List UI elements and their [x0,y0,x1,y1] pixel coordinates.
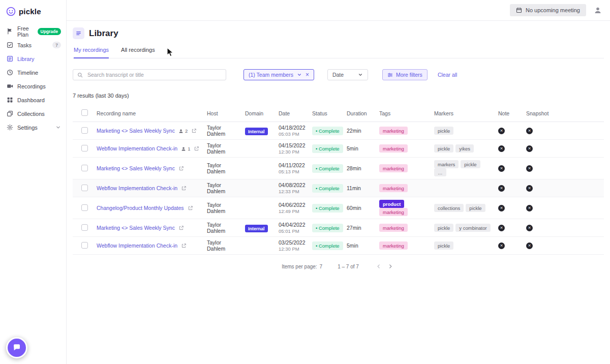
domain-cell [243,140,277,158]
marker-chip[interactable]: pickle [434,224,453,232]
date-cell: 04/18/202205:03 PM [277,122,310,140]
sidebar-item-settings[interactable]: Settings [0,120,66,134]
column-header: Tags [377,105,432,122]
marker-chip[interactable]: markers [434,160,459,168]
row-checkbox[interactable] [81,127,88,134]
status-cell: Complete [310,219,345,237]
previous-page-button[interactable] [374,262,383,271]
snapshot-cell [524,122,604,140]
table-row[interactable]: Webflow Implementation Check-inTaylor Da… [73,179,604,197]
sidebar-item-library[interactable]: Library [0,52,66,66]
note-cell [496,140,524,158]
table-row[interactable]: Marketing <> Sales Weekly Sync2Taylor Da… [73,122,604,140]
sidebar-item-collections[interactable]: Collections [0,107,66,120]
marker-chip[interactable]: pickle [466,204,485,212]
items-per-page-label: Items per page: [282,264,317,269]
external-link-icon[interactable] [178,166,184,171]
items-per-page-value[interactable]: 7 [320,264,323,269]
sidebar-item-timeline[interactable]: Timeline [0,66,66,79]
marker-chip[interactable]: … [434,168,446,176]
tag-chip[interactable]: product [379,200,404,208]
user-avatar-icon[interactable] [594,6,602,14]
next-page-button[interactable] [386,262,395,271]
marker-chip[interactable]: pickle [434,127,453,135]
duration-cell: 60min [345,197,377,219]
tag-chip[interactable]: marketing [379,127,408,135]
marker-chip[interactable]: collections [434,204,464,212]
row-checkbox[interactable] [81,145,88,151]
recording-name-link[interactable]: Changelog/Product Monthly Updates [97,205,184,211]
date-filter[interactable]: Date [327,69,368,80]
external-link-icon[interactable] [178,225,184,231]
tasks-count-badge: 7 [52,42,61,48]
sidebar-item-dashboard[interactable]: Dashboard [0,93,66,107]
select-all-checkbox[interactable] [81,109,88,116]
library-icon [7,55,13,62]
marker-chip[interactable]: y combinator [455,224,490,232]
row-checkbox[interactable] [81,224,88,231]
recording-name-cell: Changelog/Product Monthly Updates [95,197,205,219]
tag-chip[interactable]: marketing [379,241,408,250]
snapshot-cell [524,140,604,158]
row-checkbox[interactable] [81,165,88,171]
chat-launcher-button[interactable] [6,337,27,358]
sidebar-item-label: Dashboard [17,97,45,103]
external-link-icon[interactable] [194,146,199,151]
snapshot-none-icon [526,145,533,152]
team-members-filter[interactable]: (1) Team members [243,69,314,80]
sidebar-item-tasks[interactable]: Tasks 7 [0,38,66,52]
row-checkbox[interactable] [81,204,88,211]
snapshot-cell [524,179,604,197]
recording-name-link[interactable]: Webflow Implementation Check-in [97,145,177,151]
marker-chip[interactable]: yikes [455,144,474,153]
row-checkbox[interactable] [81,185,88,191]
recording-name-link[interactable]: Marketing <> Sales Weekly Sync [97,165,175,171]
tag-chip[interactable]: marketing [379,144,408,153]
external-link-icon[interactable] [191,128,197,134]
sidebar-item-label: Library [17,56,35,62]
tag-chip[interactable]: marketing [379,224,408,232]
search-box[interactable] [73,69,226,80]
brand-logo[interactable]: pickle [0,0,66,24]
sidebar-item-free-plan[interactable]: Free Plan Upgrade [0,24,66,38]
recording-name-link[interactable]: Marketing <> Sales Weekly Sync [97,225,175,231]
table-row[interactable]: Marketing <> Sales Weekly SyncTaylor Dah… [73,219,604,237]
table-row[interactable]: Changelog/Product Monthly UpdatesTaylor … [73,197,604,219]
tags-cell: marketing [377,219,432,237]
tab-my-recordings[interactable]: My recordings [74,47,109,58]
column-header: Date [277,105,310,122]
clear-filter-icon[interactable] [306,72,309,78]
tab-all-recordings[interactable]: All recordings [121,47,155,58]
table-row[interactable]: Webflow Implementation Check-inTaylor Da… [73,237,604,255]
sidebar-item-recordings[interactable]: Recordings [0,79,66,93]
upgrade-badge[interactable]: Upgrade [38,28,61,35]
marker-chip[interactable]: pickle [461,160,480,168]
clear-all-link[interactable]: Clear all [438,72,458,78]
status-badge: Complete [312,241,343,250]
table-row[interactable]: Marketing <> Sales Weekly SyncTaylor Dah… [73,158,604,179]
no-upcoming-meeting-button[interactable]: No upcoming meeting [510,4,586,16]
external-link-icon[interactable] [188,205,193,211]
main-content: Library My recordings All recordings (1)… [67,21,610,364]
marker-chip[interactable]: pickle [434,144,453,153]
checkbox-cell [73,140,95,158]
external-link-icon[interactable] [181,186,187,191]
table-row[interactable]: Webflow Implementation Check-in1Taylor D… [73,140,604,158]
host-cell: Taylor Dahlem [205,140,243,158]
recording-name-link[interactable]: Webflow Implementation Check-in [97,242,177,249]
recording-name-link[interactable]: Webflow Implementation Check-in [97,185,177,191]
recording-name-cell: Webflow Implementation Check-in [95,237,205,255]
note-cell [496,122,524,140]
tag-chip[interactable]: marketing [379,164,408,172]
external-link-icon[interactable] [181,243,187,249]
more-filters-button[interactable]: More filters [382,69,428,80]
pickle-smiley-icon [6,7,16,16]
tag-chip[interactable]: marketing [379,184,408,192]
tag-chip[interactable]: marketing [379,208,408,216]
markers-cell: pickle [432,122,496,140]
chevron-right-icon [388,264,393,269]
row-checkbox[interactable] [81,242,88,249]
search-input[interactable] [86,71,222,78]
marker-chip[interactable]: pickle [434,241,453,250]
recording-name-link[interactable]: Marketing <> Sales Weekly Sync [97,128,175,134]
